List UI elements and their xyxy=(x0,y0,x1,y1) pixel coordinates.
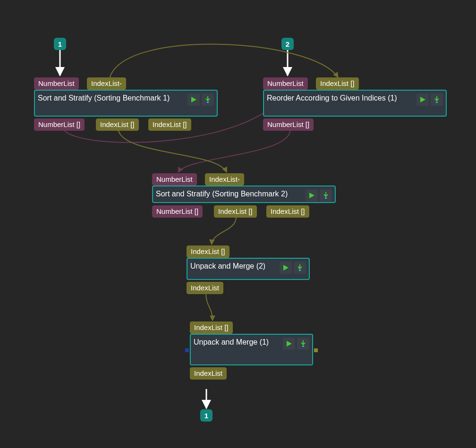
svg-rect-7 xyxy=(302,346,304,347)
node-title: Reorder According to Given Indices (1) xyxy=(267,93,397,104)
run-button[interactable] xyxy=(306,189,318,202)
download-icon xyxy=(204,96,211,103)
node3-out-indexlist1[interactable]: IndexList [] xyxy=(214,205,257,218)
node-reorder[interactable]: Reorder According to Given Indices (1) xyxy=(263,90,447,117)
badge-label: 1 xyxy=(58,40,62,48)
node3-out-numberlist[interactable]: NumberList [] xyxy=(152,205,203,218)
node-title: Sort and Stratify (Sorting Benchmark 1) xyxy=(38,93,170,104)
download-button[interactable] xyxy=(320,189,332,202)
run-button[interactable] xyxy=(187,93,200,106)
node4-in-indexlist[interactable]: IndexList [] xyxy=(187,245,230,258)
play-icon xyxy=(419,96,426,103)
node-sort-stratify-2[interactable]: Sort and Stratify (Sorting Benchmark 2) xyxy=(152,186,336,203)
node1-out-indexlist1[interactable]: IndexList [] xyxy=(96,118,139,131)
download-button[interactable] xyxy=(202,93,214,106)
run-button[interactable] xyxy=(280,262,292,274)
download-icon xyxy=(297,264,303,271)
node1-in-numberlist[interactable]: NumberList xyxy=(34,77,79,90)
svg-rect-3 xyxy=(207,101,209,103)
node-title: Sort and Stratify (Sorting Benchmark 2) xyxy=(156,188,288,200)
run-button[interactable] xyxy=(283,338,295,350)
download-icon xyxy=(434,96,440,103)
download-icon xyxy=(300,340,306,347)
download-icon xyxy=(323,192,329,199)
download-button[interactable] xyxy=(294,262,306,274)
svg-rect-4 xyxy=(436,101,438,103)
node1-out-numberlist[interactable]: NumberList [] xyxy=(34,118,85,131)
graph-input-2[interactable]: 2 xyxy=(281,38,294,50)
node5-out-indexlist[interactable]: IndexList xyxy=(190,367,227,380)
badge-label: 2 xyxy=(286,40,289,48)
download-button[interactable] xyxy=(297,338,309,350)
badge-label: 1 xyxy=(204,412,208,420)
svg-rect-5 xyxy=(325,197,327,199)
node5-in-indexlist[interactable]: IndexList [] xyxy=(190,321,233,334)
node2-out-numberlist[interactable]: NumberList [] xyxy=(263,118,314,131)
node2-in-indexlist[interactable]: IndexList [] xyxy=(316,77,359,90)
node3-in-numberlist[interactable]: NumberList xyxy=(152,173,197,186)
node4-out-indexlist[interactable]: IndexList xyxy=(187,282,223,294)
play-icon xyxy=(282,264,289,271)
run-button[interactable] xyxy=(416,93,429,106)
graph-input-1[interactable]: 1 xyxy=(54,38,66,50)
node-sort-stratify-1[interactable]: Sort and Stratify (Sorting Benchmark 1) xyxy=(34,90,218,117)
play-icon xyxy=(308,192,315,199)
play-icon xyxy=(286,340,292,347)
node3-out-indexlist2[interactable]: IndexList [] xyxy=(266,205,309,218)
graph-output-1[interactable]: 1 xyxy=(200,409,212,422)
download-button[interactable] xyxy=(431,93,443,106)
node3-in-indexlist[interactable]: IndexList- xyxy=(205,173,244,186)
node-title: Unpack and Merge (2) xyxy=(190,261,265,272)
node1-out-indexlist2[interactable]: IndexList [] xyxy=(148,118,191,131)
node1-in-indexlist[interactable]: IndexList- xyxy=(87,77,126,90)
node5-port-right[interactable] xyxy=(314,348,318,352)
play-icon xyxy=(190,96,197,103)
node5-port-left[interactable] xyxy=(185,348,189,352)
svg-rect-6 xyxy=(299,270,301,271)
node-unpack-merge-2[interactable]: Unpack and Merge (2) xyxy=(187,258,310,280)
node-unpack-merge-1[interactable]: Unpack and Merge (1) xyxy=(190,334,313,365)
node2-in-numberlist[interactable]: NumberList xyxy=(263,77,308,90)
node-title: Unpack and Merge (1) xyxy=(194,337,269,348)
